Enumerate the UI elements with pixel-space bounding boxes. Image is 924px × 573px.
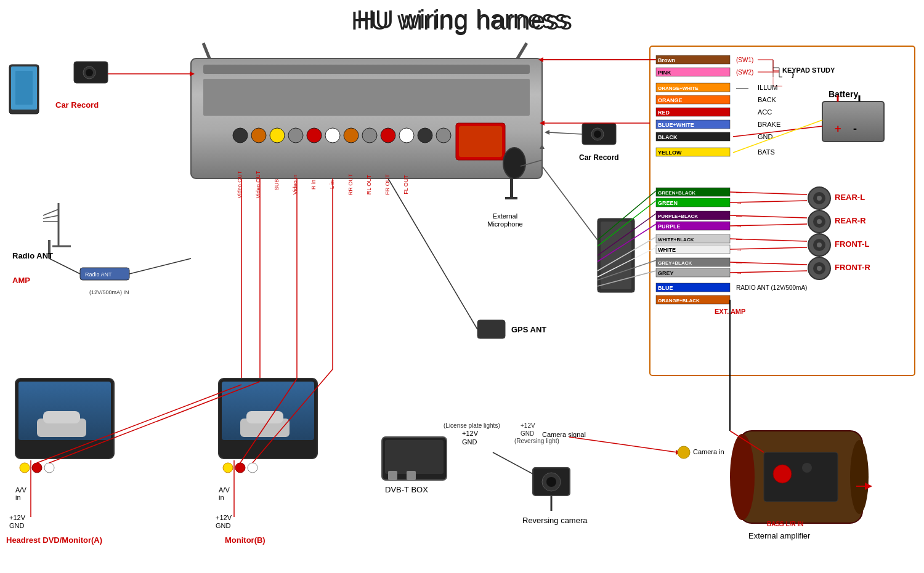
svg-line-126 (598, 247, 656, 277)
svg-point-112 (773, 465, 792, 483)
svg-point-226 (678, 446, 690, 459)
svg-text:GND: GND (462, 438, 477, 446)
svg-line-190 (37, 385, 241, 463)
svg-line-65 (730, 201, 807, 202)
svg-text:GND: GND (216, 522, 231, 529)
svg-rect-132 (15, 71, 33, 105)
svg-rect-215 (388, 471, 397, 480)
svg-rect-54 (656, 188, 730, 196)
svg-point-109 (730, 434, 755, 520)
svg-text:Camera signal: Camera signal (542, 431, 586, 438)
svg-rect-216 (407, 471, 416, 480)
svg-text:WHITE+BLACK: WHITE+BLACK (658, 237, 694, 242)
svg-rect-102 (656, 283, 730, 292)
svg-point-75 (817, 219, 822, 224)
page-title: HU wiring harness (0, 5, 924, 34)
svg-point-12 (399, 128, 414, 143)
svg-text:RR OUT: RR OUT (347, 174, 354, 195)
svg-rect-178 (219, 379, 317, 459)
svg-point-6 (288, 128, 303, 143)
svg-line-191 (49, 382, 260, 463)
svg-text:——: —— (736, 84, 748, 91)
svg-point-171 (32, 463, 42, 473)
svg-text:(SW1): (SW1) (736, 57, 753, 63)
svg-text:REAR-L: REAR-L (835, 193, 865, 202)
svg-line-89 (730, 247, 807, 249)
svg-point-11 (381, 128, 395, 143)
svg-rect-218 (533, 468, 570, 495)
svg-line-18 (517, 43, 527, 58)
svg-text:Car Record: Car Record (579, 153, 619, 162)
svg-text:FRONT-R: FRONT-R (835, 263, 870, 272)
svg-line-123 (598, 214, 656, 255)
svg-text:Camera in: Camera in (693, 448, 724, 455)
svg-text:GPS ANT: GPS ANT (511, 325, 546, 334)
svg-rect-81 (656, 245, 730, 254)
svg-line-64 (730, 192, 807, 194)
svg-rect-27 (656, 83, 730, 92)
svg-text:GREY+BLACK: GREY+BLACK (658, 260, 692, 266)
svg-text:→: → (736, 223, 742, 230)
svg-rect-16 (459, 126, 502, 157)
svg-text:PINK: PINK (658, 70, 671, 76)
svg-rect-15 (456, 123, 505, 160)
svg-text:ACC: ACC (758, 108, 772, 116)
svg-text:+12V: +12V (462, 430, 479, 437)
svg-rect-23 (656, 68, 730, 76)
svg-line-151 (129, 258, 191, 274)
svg-line-122 (598, 201, 656, 246)
svg-text:(License plate lights): (License plate lights) (444, 422, 500, 429)
svg-text:→: → (736, 246, 742, 253)
svg-point-4 (251, 128, 266, 143)
svg-rect-31 (656, 95, 730, 104)
svg-text:External amplifier: External amplifier (748, 531, 811, 540)
svg-text:EXT. AMP: EXT. AMP (715, 308, 745, 315)
svg-line-118 (730, 431, 764, 452)
svg-rect-108 (739, 431, 862, 523)
svg-text:BASS L/R IN: BASS L/R IN (767, 521, 803, 527)
svg-text:Video OUT: Video OUT (255, 170, 261, 198)
svg-point-196 (503, 148, 525, 178)
svg-line-201 (521, 160, 542, 166)
svg-rect-46 (822, 102, 884, 142)
svg-rect-179 (222, 382, 314, 440)
svg-text:Video in: Video in (292, 175, 298, 194)
svg-rect-180 (240, 419, 290, 437)
svg-text:Radio ANT: Radio ANT (12, 251, 53, 260)
svg-text:—: — (736, 212, 742, 219)
svg-text:Reversing camera: Reversing camera (522, 516, 588, 525)
svg-text:FRONT-L: FRONT-L (835, 239, 869, 249)
svg-text:GND: GND (758, 133, 773, 140)
wiring-diagram-svg: Brown (SW1) PINK (SW2) KEYPAD STUDY ORAN… (0, 0, 924, 573)
svg-line-76 (730, 215, 807, 218)
svg-point-113 (802, 463, 812, 473)
svg-text:YELLOW: YELLOW (658, 150, 682, 156)
svg-rect-37 (656, 120, 730, 129)
svg-text:—: — (736, 259, 742, 266)
svg-rect-213 (382, 437, 447, 480)
svg-text:Headrest DVD/Monitor(A): Headrest DVD/Monitor(A) (6, 535, 102, 545)
svg-point-63 (817, 196, 822, 201)
svg-point-110 (850, 440, 869, 514)
svg-text:KEYPAD STUDY: KEYPAD STUDY (782, 66, 835, 74)
svg-line-17 (203, 43, 209, 58)
svg-rect-69 (656, 222, 730, 230)
svg-text:+: + (835, 122, 841, 135)
svg-line-52 (733, 126, 822, 137)
svg-text:External: External (493, 212, 517, 220)
svg-point-219 (542, 473, 561, 491)
svg-text:Car Record: Car Record (55, 100, 99, 110)
svg-rect-111 (764, 452, 838, 502)
svg-text:L in: L in (329, 180, 335, 189)
svg-marker-203 (540, 144, 545, 149)
svg-line-53 (733, 120, 822, 153)
svg-text:RED: RED (658, 110, 670, 116)
svg-text:Brown: Brown (658, 57, 675, 63)
svg-text:BLUE: BLUE (658, 285, 673, 291)
svg-rect-93 (656, 268, 730, 277)
svg-text:+12V: +12V (9, 514, 26, 521)
svg-rect-168 (37, 419, 86, 437)
svg-point-170 (20, 463, 30, 473)
svg-point-220 (546, 477, 556, 487)
svg-text:BLACK: BLACK (658, 134, 678, 140)
